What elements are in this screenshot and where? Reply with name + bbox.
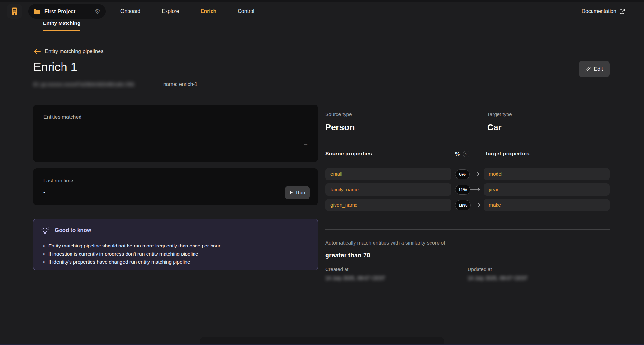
arrow-right-icon [469,187,482,192]
nav-item-control[interactable]: Control [238,8,254,14]
folder-icon [33,9,40,14]
nav-item-explore[interactable]: Explore [162,8,179,14]
pencil-icon [585,67,591,72]
nav-item-onboard[interactable]: Onboard [120,8,140,14]
mapping-row: family_name 11% year [325,183,610,196]
back-link[interactable]: Entity matching pipelines [34,48,104,54]
created-at-label: Created at [325,266,348,272]
run-button[interactable]: Run [285,186,310,199]
source-property: given_name [325,199,451,211]
good-to-know-item: If ingestion is currently in progress do… [43,250,222,258]
arrow-right-icon [469,203,482,207]
target-properties-header: Target properties [485,151,530,157]
mapping-row: given_name 18% make [325,199,610,211]
pipeline-name: name: enrich-1 [163,81,198,87]
updated-at-value-redacted: 14 July 2025, 09:07 CEST [468,275,528,281]
last-run-card: Last run time - Run [33,168,318,205]
entities-matched-label: Entities matched [43,114,81,120]
percent-badge: 11% [455,185,470,195]
play-icon [289,191,293,195]
building-logo-icon [10,7,19,15]
created-at-value-redacted: 14 July 2025, 09:07 CEST [325,275,385,281]
nav-item-enrich[interactable]: Enrich [201,8,217,14]
back-link-label: Entity matching pipelines [45,48,104,54]
edit-button[interactable]: Edit [579,61,610,77]
target-property: model [484,168,610,180]
divider-bottom [325,229,610,230]
last-run-value: - [43,190,45,195]
target-property: year [484,183,610,196]
top-edge-strip [0,0,644,2]
left-column: Entities matched – Last run time - Run G… [33,105,318,270]
mapping-panel: Source type Person Target type Car Sourc… [325,103,610,145]
help-icon[interactable]: ? [463,151,469,157]
bottom-sheet-hint [200,337,444,345]
last-run-label: Last run time [43,178,73,184]
back-arrow-icon [34,49,41,54]
pipeline-meta: ID: gs:xxxxxx.xxxxxf7a33b4c9d2e8b1a6c.55… [33,81,198,87]
project-selector[interactable]: First Project ⚙ [28,4,106,19]
source-type-label: Source type [325,111,352,117]
target-property: make [484,199,610,211]
page-title: Enrich 1 [33,61,77,74]
run-button-label: Run [296,190,305,196]
topbar: First Project ⚙ Onboard Explore Enrich C… [0,2,644,20]
source-type-value: Person [325,123,355,133]
percent-badge: 18% [455,200,471,210]
good-to-know-item: Entity matching pipeline should not be r… [43,242,222,250]
tab-entity-matching[interactable]: Entity Matching [43,20,80,31]
target-type-value: Car [487,123,502,133]
documentation-label: Documentation [582,8,616,14]
source-property: family_name [325,183,451,196]
target-type-label: Target type [487,111,512,117]
gear-icon[interactable]: ⚙ [95,8,100,14]
similarity-section: Automatically match entities with a simi… [325,229,610,259]
project-name: First Project [44,8,95,14]
tab-bar: Entity Matching [0,20,644,31]
type-section: Source type Person Target type Car [325,103,610,145]
main-nav: Onboard Explore Enrich Control [120,8,254,14]
mapping-row: email 6% model [325,168,610,180]
similarity-threshold: greater than 70 [325,252,610,259]
source-property: email [325,168,451,180]
mapping-connector: 11% [451,185,484,195]
percent-header: % ? [455,151,469,157]
external-link-icon [620,8,625,14]
edit-button-label: Edit [594,66,603,72]
mapping-rows: email 6% model family_name 11% [325,168,610,211]
similarity-description: Automatically match entities with a simi… [325,240,610,246]
updated-at-label: Updated at [468,266,492,272]
percent-badge: 6% [455,169,470,179]
arrow-right-icon [469,172,481,176]
good-to-know-item: If identity's properties have changed ru… [43,258,222,266]
lightbulb-icon [41,226,49,235]
app-logo-button[interactable] [7,4,22,19]
entities-matched-card: Entities matched – [33,105,318,162]
pipeline-id-redacted: ID: gs:xxxxxx.xxxxxf7a33b4c9d2e8b1a6c.55… [33,81,147,87]
documentation-link[interactable]: Documentation [582,8,625,14]
good-to-know-list: Entity matching pipeline should not be r… [43,242,222,266]
good-to-know-title: Good to know [55,227,91,234]
good-to-know-header: Good to know [41,226,91,235]
good-to-know-box: Good to know Entity matching pipeline sh… [33,219,318,270]
mapping-connector: 18% [451,200,484,210]
percent-sign: % [455,151,460,157]
entities-matched-value: – [304,141,307,147]
source-properties-header: Source properties [325,151,372,157]
mapping-connector: 6% [451,169,484,179]
